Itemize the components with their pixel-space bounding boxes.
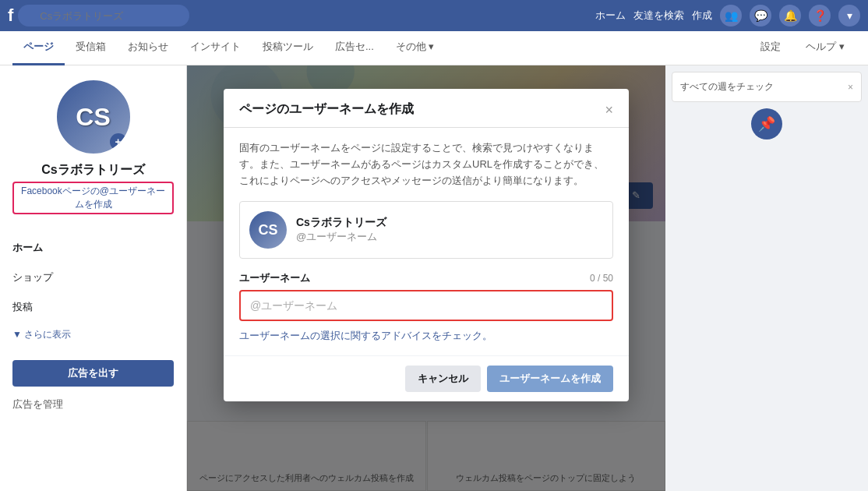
page-name: Csラボラトリーズ bbox=[12, 162, 174, 178]
secondary-navigation: ページ 受信箱 お知らせ インサイト 投稿ツール 広告セ... その他 ▾ 設定… bbox=[0, 31, 868, 65]
search-wrapper: 🔍 bbox=[18, 5, 189, 26]
chevron-down-icon-btn[interactable]: ▾ bbox=[838, 5, 860, 26]
tab-notifications[interactable]: お知らせ bbox=[117, 30, 179, 65]
modal-title: ページのユーザーネームを作成 bbox=[239, 101, 414, 118]
nav-right-items: 設定 ヘルプ ▾ bbox=[750, 30, 856, 65]
expand-label: ▼ さらに表示 bbox=[12, 328, 71, 341]
help-icon-btn[interactable]: ❓ bbox=[809, 5, 831, 26]
nav-left: f 🔍 bbox=[8, 5, 189, 26]
manage-ads-link[interactable]: 広告を管理 bbox=[0, 393, 186, 416]
add-photo-button[interactable]: + bbox=[110, 133, 127, 150]
check-week-label: すべての週をチェック bbox=[680, 80, 774, 94]
tab-insights[interactable]: インサイト bbox=[179, 30, 252, 65]
search-input[interactable] bbox=[18, 5, 189, 26]
main-content: 購入する ✎ ページにアクセスした利用者へのウェルカム投稿を作成 ウェルカム投稿… bbox=[187, 65, 665, 491]
create-username-button[interactable]: ユーザーネームを作成 bbox=[487, 366, 613, 392]
modal-body: 固有のユーザーネームをページに設定することで、検索で見つけやすくなります。また、… bbox=[224, 128, 629, 355]
preview-page-name: Csラボラトリーズ bbox=[296, 216, 386, 230]
preview-avatar: CS bbox=[249, 211, 287, 249]
preview-info: Csラボラトリーズ @ユーザーネーム bbox=[296, 216, 386, 244]
modal-header: ページのユーザーネームを作成 × bbox=[224, 89, 629, 128]
bell-icon-btn[interactable]: 🔔 bbox=[779, 5, 801, 26]
preview-username: @ユーザーネーム bbox=[296, 230, 386, 244]
cancel-button[interactable]: キャンセル bbox=[405, 366, 481, 392]
pin-icon-button[interactable]: 📌 bbox=[751, 108, 782, 140]
tab-settings[interactable]: 設定 bbox=[750, 30, 792, 65]
facebook-logo: f bbox=[8, 5, 13, 26]
modal-footer: キャンセル ユーザーネームを作成 bbox=[224, 355, 629, 401]
tab-help[interactable]: ヘルプ ▾ bbox=[795, 30, 856, 65]
sidebar-menu: ホーム ショップ 投稿 ▼ さらに表示 bbox=[0, 227, 186, 354]
create-username-modal: ページのユーザーネームを作成 × 固有のユーザーネームをページに設定することで、… bbox=[224, 89, 629, 401]
modal-close-button[interactable]: × bbox=[605, 103, 613, 117]
tab-more[interactable]: その他 ▾ bbox=[385, 30, 446, 65]
create-link[interactable]: 作成 bbox=[692, 9, 712, 23]
right-panel: すべての週をチェック × 📌 bbox=[665, 65, 868, 491]
profile-section: CS + Csラボラトリーズ Facebookページの@ユーザーネームを作成 bbox=[0, 65, 186, 227]
profile-avatar: CS + bbox=[55, 78, 132, 156]
modal-overlay: ページのユーザーネームを作成 × 固有のユーザーネームをページに設定することで、… bbox=[187, 65, 665, 491]
people-icon-btn[interactable]: 👥 bbox=[720, 5, 742, 26]
input-label-row: ユーザーネーム 0 / 50 bbox=[239, 271, 613, 285]
sidebar-item-shop[interactable]: ショップ bbox=[0, 263, 186, 292]
username-input[interactable] bbox=[239, 290, 613, 321]
main-layout: CS + Csラボラトリーズ Facebookページの@ユーザーネームを作成 ホ… bbox=[0, 65, 868, 491]
home-link[interactable]: ホーム bbox=[595, 9, 626, 23]
sidebar-expand-more[interactable]: ▼ さらに表示 bbox=[0, 322, 186, 348]
advice-link[interactable]: ユーザーネームの選択に関するアドバイスをチェック。 bbox=[239, 329, 613, 343]
ads-button[interactable]: 広告を出す bbox=[12, 360, 174, 387]
char-count: 0 / 50 bbox=[590, 273, 613, 284]
tab-pages[interactable]: ページ bbox=[12, 30, 65, 65]
top-navigation: f 🔍 ホーム 友達を検索 作成 👥 💬 🔔 ❓ ▾ bbox=[0, 0, 868, 31]
page-preview: CS Csラボラトリーズ @ユーザーネーム bbox=[239, 201, 613, 259]
tab-inbox[interactable]: 受信箱 bbox=[65, 30, 117, 65]
create-username-link[interactable]: Facebookページの@ユーザーネームを作成 bbox=[12, 182, 174, 214]
modal-description: 固有のユーザーネームをページに設定することで、検索で見つけやすくなります。また、… bbox=[239, 140, 613, 189]
check-week-panel: すべての週をチェック × bbox=[672, 72, 862, 102]
tab-ads[interactable]: 広告セ... bbox=[324, 30, 385, 65]
tab-post-tools[interactable]: 投稿ツール bbox=[252, 30, 324, 65]
avatar-text: CS bbox=[76, 103, 110, 132]
messenger-icon-btn[interactable]: 💬 bbox=[750, 5, 771, 26]
username-input-label: ユーザーネーム bbox=[239, 271, 310, 285]
sidebar: CS + Csラボラトリーズ Facebookページの@ユーザーネームを作成 ホ… bbox=[0, 65, 187, 491]
close-panel-button[interactable]: × bbox=[848, 82, 853, 93]
find-friends-link[interactable]: 友達を検索 bbox=[633, 9, 684, 23]
preview-avatar-text: CS bbox=[258, 222, 277, 238]
sidebar-item-posts[interactable]: 投稿 bbox=[0, 292, 186, 322]
sidebar-item-home[interactable]: ホーム bbox=[0, 233, 186, 263]
nav-right: ホーム 友達を検索 作成 👥 💬 🔔 ❓ ▾ bbox=[595, 5, 860, 26]
